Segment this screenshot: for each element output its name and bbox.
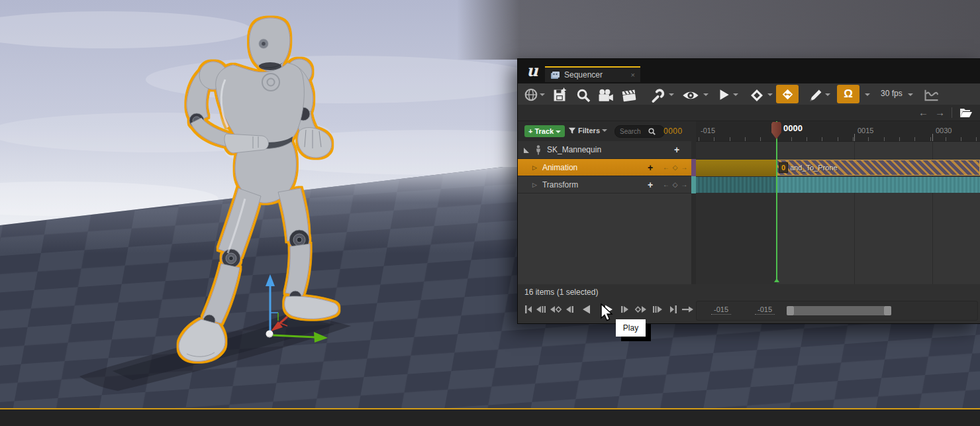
sequencer-panel: u Sequencer × xyxy=(517,58,980,324)
sky-dark-haze xyxy=(457,0,980,60)
ruler-tick-label: -015 xyxy=(701,127,715,134)
track-label: Transform xyxy=(542,180,578,189)
timeline-ruler[interactable]: -015 0015 0030 xyxy=(696,121,980,142)
jump-forward-button[interactable] xyxy=(651,303,664,316)
previous-key-button[interactable] xyxy=(549,303,562,316)
keyframe-nav-icons[interactable]: ← ◇ → xyxy=(663,164,688,171)
expanded-arrow-icon[interactable] xyxy=(523,146,530,153)
items-status-text: 16 items (1 selected) xyxy=(524,288,598,297)
filters-button[interactable]: Filters xyxy=(568,126,607,134)
search-icon[interactable] xyxy=(575,87,591,103)
save-icon[interactable] xyxy=(552,87,567,103)
animation-preroll-bar[interactable] xyxy=(696,160,777,176)
track-label: Animation xyxy=(542,163,577,172)
playhead-frame-label: 0000 xyxy=(783,123,803,133)
playback-mode-icon[interactable] xyxy=(681,303,694,316)
tab-close-icon[interactable]: × xyxy=(631,71,635,79)
tooltip-text: Play xyxy=(623,323,638,333)
track-label: SK_Mannequin xyxy=(547,145,601,154)
collapsed-arrow-icon[interactable]: ▷ xyxy=(532,182,537,188)
jump-to-start-button[interactable] xyxy=(522,303,536,316)
jump-back-button[interactable] xyxy=(535,303,548,316)
minor-ticks xyxy=(699,137,979,141)
tab-sequencer[interactable]: Sequencer × xyxy=(545,66,640,82)
pen-caret-icon[interactable] xyxy=(825,93,830,99)
search-glass-icon xyxy=(648,127,656,136)
snap-caret-icon[interactable] xyxy=(865,93,870,99)
sequencer-toolbar: Ω 30 fps xyxy=(518,83,980,105)
status-row: 16 items (1 selected) xyxy=(518,284,980,300)
tab-label: Sequencer xyxy=(564,70,627,80)
range-start-field[interactable]: -015 xyxy=(711,305,731,315)
scrollbar-right-cap[interactable] xyxy=(884,306,891,315)
filter-funnel-icon xyxy=(568,127,576,134)
play-reverse-button[interactable] xyxy=(580,303,593,316)
skeletal-mesh-icon xyxy=(534,145,542,155)
eye-caret-icon[interactable] xyxy=(703,93,709,99)
play-options-icon[interactable] xyxy=(716,87,731,102)
keyframe-nav-icons[interactable]: ← ◇ → xyxy=(663,181,688,188)
back-arrow-icon[interactable]: ← xyxy=(918,105,928,120)
add-section-icon[interactable]: + xyxy=(674,144,679,155)
camera-icon[interactable] xyxy=(597,87,614,103)
panel-title-bar[interactable]: u Sequencer × xyxy=(518,59,980,83)
search-box[interactable] xyxy=(614,125,665,138)
transform-track-color xyxy=(691,176,696,193)
current-frame-field[interactable]: 0000 xyxy=(663,127,683,136)
autokey-button[interactable] xyxy=(776,85,799,103)
transform-section-before-zero[interactable] xyxy=(696,177,777,193)
ruler-tick-label: 0030 xyxy=(936,127,952,134)
wrench-caret-icon[interactable] xyxy=(669,93,674,99)
forward-arrow-icon[interactable]: → xyxy=(935,105,945,120)
scrollbar-thumb[interactable] xyxy=(794,306,884,315)
clip-label: and_To_Prone xyxy=(790,164,838,172)
unreal-editor-screen: u Sequencer × xyxy=(0,0,980,426)
open-folder-icon[interactable] xyxy=(959,107,973,119)
track-row-transform[interactable]: ▷ Transform + ← ◇ → xyxy=(518,176,691,193)
pen-icon[interactable] xyxy=(808,87,824,103)
keyframe-icon[interactable] xyxy=(749,87,765,103)
fps-label[interactable]: 30 fps xyxy=(881,87,903,100)
jump-to-end-button[interactable] xyxy=(666,303,679,316)
snap-magnet-button[interactable]: Ω xyxy=(837,85,859,103)
keyframe-caret-icon[interactable] xyxy=(767,93,773,99)
playhead-line[interactable] xyxy=(776,121,777,282)
add-section-icon[interactable]: + xyxy=(648,162,653,173)
track-row-sk-mannequin[interactable]: SK_Mannequin + xyxy=(518,141,691,159)
track-row-animation[interactable]: ▷ Animation + ← ◇ → xyxy=(518,159,691,176)
filters-label: Filters xyxy=(578,127,600,134)
world-icon[interactable] xyxy=(524,87,538,102)
clapperboard-icon[interactable] xyxy=(620,87,638,103)
scrollbar-left-cap[interactable] xyxy=(787,306,794,315)
eye-icon[interactable] xyxy=(681,87,700,103)
breadcrumb-strip: ← → xyxy=(518,105,980,121)
outliner-empty-area xyxy=(518,193,691,284)
next-key-button[interactable] xyxy=(634,303,648,316)
viewport-border-line xyxy=(0,408,980,409)
previous-frame-button[interactable] xyxy=(564,303,577,316)
world-caret-icon[interactable] xyxy=(540,93,545,99)
add-section-icon[interactable]: + xyxy=(648,180,653,190)
play-tooltip: Play xyxy=(616,319,646,337)
mouse-cursor xyxy=(600,303,616,326)
fps-caret-icon[interactable] xyxy=(908,93,913,99)
transform-section[interactable] xyxy=(777,177,980,193)
add-track-button[interactable]: + Track xyxy=(524,125,565,137)
animation-clip-section[interactable]: 0 and_To_Prone xyxy=(777,160,980,176)
sequencer-content: + Track Filters 0000 xyxy=(518,121,980,284)
filters-caret-icon xyxy=(602,129,607,134)
collapsed-arrow-icon[interactable]: ▷ xyxy=(532,164,537,171)
track-button-label: Track xyxy=(534,127,554,135)
playhead-foot-marker xyxy=(774,278,779,282)
timeline-scrollbar[interactable] xyxy=(787,306,891,315)
animation-track-color xyxy=(691,159,696,176)
track-caret-icon xyxy=(556,131,561,136)
search-input[interactable] xyxy=(620,128,648,135)
next-frame-button[interactable] xyxy=(618,303,631,316)
wrench-icon[interactable] xyxy=(650,87,665,103)
curve-editor-icon[interactable] xyxy=(923,87,940,103)
timeline-area[interactable]: -015 0015 0030 0 and_To_Prone xyxy=(696,121,980,284)
play-options-caret-icon[interactable] xyxy=(733,93,738,99)
sequencer-tab-icon xyxy=(550,70,560,80)
range-end-field[interactable]: -015 xyxy=(755,305,775,315)
